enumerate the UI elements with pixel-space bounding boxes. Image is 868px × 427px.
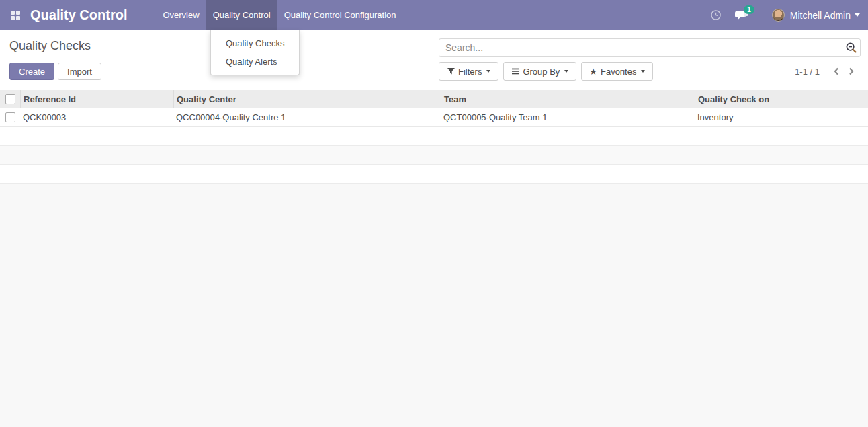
control-panel: Quality Checks Create Import Filters [0,30,868,90]
page-title: Quality Checks [9,39,91,53]
row-checkbox[interactable] [5,112,15,122]
user-menu[interactable]: Mitchell Admin [772,9,860,22]
pager: 1-1 / 1 [795,62,859,81]
column-header-team[interactable]: Team [441,90,695,108]
empty-row [0,127,868,146]
pager-next-button[interactable] [844,62,859,81]
message-count-badge: 1 [744,5,754,14]
nav-item-quality-control[interactable]: Quality Control [206,0,277,30]
select-all-cell [0,90,20,108]
create-button[interactable]: Create [9,63,54,80]
user-name-label: Mitchell Admin [790,10,851,21]
chevron-down-icon [564,70,568,73]
nav-item-overview[interactable]: Overview [156,0,206,30]
dropdown-item-quality-alerts[interactable]: Quality Alerts [211,52,299,71]
search-facet-buttons: Filters Group By ★ Favorites [439,62,658,81]
chevron-down-icon [855,13,860,17]
table-row[interactable]: QCK00003 QCC00004-Quality Centre 1 QCT00… [0,108,868,127]
top-navbar: Quality Control Overview Quality Control… [0,0,868,30]
apps-menu-button[interactable] [0,0,30,30]
column-header-quality-check-on[interactable]: Quality Check on [695,90,868,108]
nav-item-quality-control-configuration[interactable]: Quality Control Configuration [277,0,403,30]
app-brand-title[interactable]: Quality Control [30,7,127,23]
app-window: Quality Control Overview Quality Control… [0,0,868,427]
search-input[interactable] [439,38,861,57]
apps-grid-icon [11,11,20,20]
content-background [0,184,868,427]
chevron-left-icon [833,67,840,76]
cell-reference-id[interactable]: QCK00003 [20,112,173,122]
table-header-row: Reference Id Quality Center Team Quality… [0,90,868,108]
bars-icon [511,67,520,75]
star-icon: ★ [589,67,597,77]
search-magnifier-icon[interactable] [845,42,857,54]
clock-icon [710,9,722,21]
chevron-down-icon [486,70,490,73]
navbar-systray: 1 Mitchell Admin [705,0,868,30]
activities-clock-icon[interactable] [705,0,728,30]
cell-quality-check-on[interactable]: Inventory [695,112,868,122]
chevron-right-icon [848,67,855,76]
action-buttons: Create Import [9,63,101,80]
select-all-checkbox[interactable] [5,94,15,104]
pager-range-label: 1-1 / 1 [795,67,820,77]
group-by-button[interactable]: Group By [503,62,576,81]
filters-button[interactable]: Filters [439,62,498,81]
funnel-icon [447,67,455,75]
user-avatar [772,9,785,22]
pager-previous-button[interactable] [829,62,844,81]
empty-row [0,165,868,184]
cell-team[interactable]: QCT00005-Quality Team 1 [441,112,695,122]
favorites-button[interactable]: ★ Favorites [581,62,653,81]
dropdown-item-quality-checks[interactable]: Quality Checks [211,34,299,52]
empty-row [0,146,868,165]
column-header-reference-id[interactable]: Reference Id [20,90,173,108]
messaging-menu-button[interactable]: 1 [730,0,753,30]
cell-quality-center[interactable]: QCC00004-Quality Centre 1 [173,112,441,122]
import-button[interactable]: Import [58,63,101,80]
navbar-menu: Overview Quality Control Quality Control… [156,0,402,30]
chevron-down-icon [641,70,645,73]
quality-control-dropdown-menu: Quality Checks Quality Alerts [210,30,300,75]
search-bar [439,38,861,57]
quality-checks-list-view: Reference Id Quality Center Team Quality… [0,90,868,187]
row-select-cell [0,112,20,122]
column-header-quality-center[interactable]: Quality Center [173,90,441,108]
